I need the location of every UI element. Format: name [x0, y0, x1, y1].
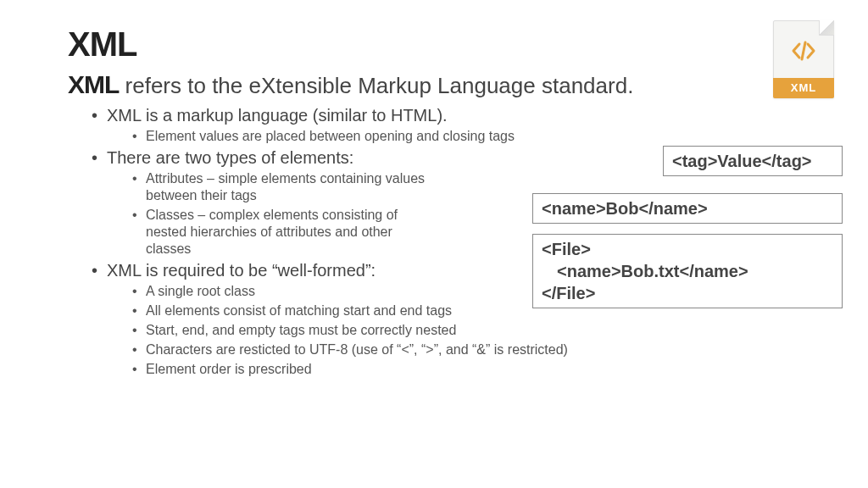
slide-subtitle: XML refers to the eXtensible Markup Lang…	[68, 70, 817, 99]
code-example-tag: <tag>Value</tag>	[663, 146, 843, 176]
bullet-text: Start, end, and empty tags must be corre…	[146, 323, 456, 337]
bullet-text: A single root class	[146, 284, 255, 298]
code-text: <name>Bob.txt</name>	[542, 260, 833, 282]
bullet-text: Element order is prescribed	[146, 362, 312, 376]
bullet-text: Element values are placed between openin…	[146, 129, 515, 143]
list-item: Element values are placed between openin…	[132, 128, 817, 145]
bullet-text: XML is required to be “well-formed”:	[107, 261, 376, 280]
code-example-file: <File> <name>Bob.txt</name> </File>	[532, 234, 843, 308]
slide-title: XML	[68, 25, 817, 64]
code-text: <File>	[542, 240, 591, 258]
list-item: Start, end, and empty tags must be corre…	[132, 322, 817, 339]
bullet-text: Classes – complex elements consisting of…	[146, 208, 398, 256]
bullet-text: There are two types of elements:	[107, 148, 353, 167]
code-example-name: <name>Bob</name>	[532, 193, 843, 224]
bullet-text: Attributes – simple elements containing …	[146, 171, 425, 202]
list-item: Classes – complex elements consisting of…	[132, 207, 437, 258]
bullet-text: All elements consist of matching start a…	[146, 303, 452, 318]
xml-icon-label: XML	[773, 78, 834, 98]
list-item: XML is a markup language (similar to HTM…	[92, 106, 817, 145]
code-brackets-icon	[788, 36, 819, 66]
code-text: <tag>Value</tag>	[672, 152, 812, 170]
bullet-text: XML is a markup language (similar to HTM…	[107, 106, 448, 125]
bullet-text: Characters are resticted to UTF-8 (use o…	[146, 342, 568, 357]
list-item: Attributes – simple elements containing …	[132, 170, 437, 204]
subtitle-bold: XML	[68, 70, 119, 98]
svg-line-0	[802, 42, 805, 59]
code-text: <name>Bob</name>	[542, 199, 708, 218]
list-item: Characters are resticted to UTF-8 (use o…	[132, 341, 817, 358]
list-item: Element order is prescribed	[132, 361, 817, 378]
slide: XML XML XML refers to the eXtensible Mar…	[0, 0, 868, 488]
xml-file-icon: XML	[773, 20, 834, 98]
subtitle-rest: refers to the eXtensible Markup Language…	[119, 73, 633, 98]
code-text: </File>	[542, 284, 595, 302]
